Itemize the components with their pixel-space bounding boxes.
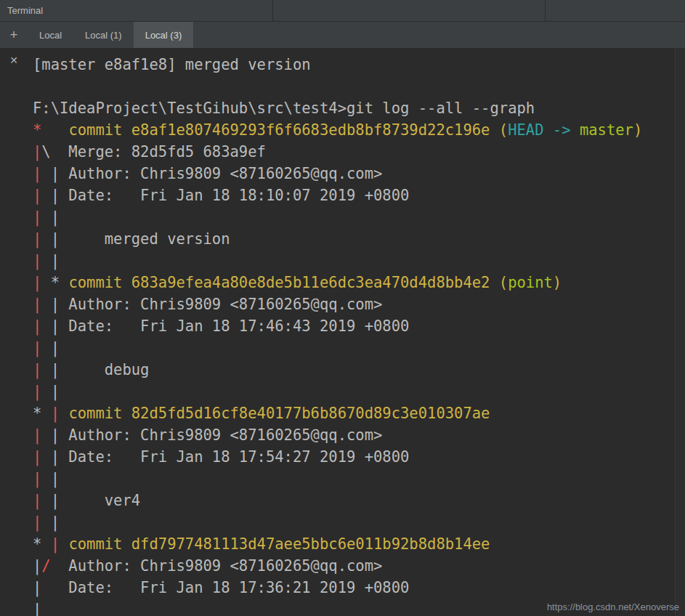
tab-local-3[interactable]: Local (3) [134,22,194,48]
terminal-line: | | Author: Chris9809 <87160265@qq.com> [33,293,685,315]
terminal-line: | | debug [33,359,685,381]
terminal-line: |/ Author: Chris9809 <87160265@qq.com> [33,555,685,577]
terminal-line: | Date: Fri Jan 18 17:36:21 2019 +0800 [33,577,685,599]
terminal-line: | * commit 683a9efea4a80e8de5b11e6dc3ea4… [33,272,685,293]
header-divider [545,0,546,21]
panel-title: Terminal [0,5,43,16]
terminal-line: | | Author: Chris9809 <87160265@qq.com> [33,424,685,446]
terminal-line: | | Author: Chris9809 <87160265@qq.com> [33,163,685,185]
terminal-line: | | Date: Fri Jan 18 17:46:43 2019 +0800 [33,315,685,337]
terminal-line: | | [33,468,685,490]
terminal-tab-bar: + LocalLocal (1)Local (3) [0,22,685,48]
terminal-line: | | [33,381,685,402]
tab-local[interactable]: Local [28,22,73,48]
terminal-line: * commit e8af1e807469293f6f6683edb8bf873… [33,119,685,141]
terminal-line: | | Date: Fri Jan 18 18:10:07 2019 +0800 [33,185,685,206]
terminal-line: * | commit 82d5fd5d16cf8e40177b6b8670d89… [33,402,685,424]
terminal-line: [master e8af1e8] merged version [33,54,685,76]
terminal-line: | | ver4 [33,490,685,511]
terminal-line: |\ Merge: 82d5fd5 683a9ef [33,141,685,163]
watermark: https://blog.csdn.net/Xenoverse [547,601,679,612]
tab-local-1[interactable]: Local (1) [73,22,134,48]
header-divider [272,0,273,21]
terminal-line: | | Date: Fri Jan 18 17:54:27 2019 +0800 [33,446,685,468]
new-session-button[interactable]: + [0,22,28,48]
terminal-line: | | [33,511,685,533]
terminal-line: | | [33,337,685,359]
terminal-line: F:\IdeaProject\TestGihub\src\test4>git l… [33,97,685,119]
terminal-line: * | commit dfd7977481113d47aee5bbc6e011b… [33,533,685,555]
terminal-output: [master e8af1e8] merged versionF:\IdeaPr… [0,48,685,616]
tab-strip: LocalLocal (1)Local (3) [28,22,193,48]
terminal-line [33,76,685,97]
terminal-line: | | [33,206,685,228]
terminal-area[interactable]: ✕ [master e8af1e8] merged versionF:\Idea… [0,48,685,616]
terminal-panel-header[interactable]: Terminal [0,0,685,22]
terminal-line: | | [33,250,685,272]
terminal-scrollbar[interactable] [675,48,685,616]
terminal-line: | | merged version [33,228,685,250]
